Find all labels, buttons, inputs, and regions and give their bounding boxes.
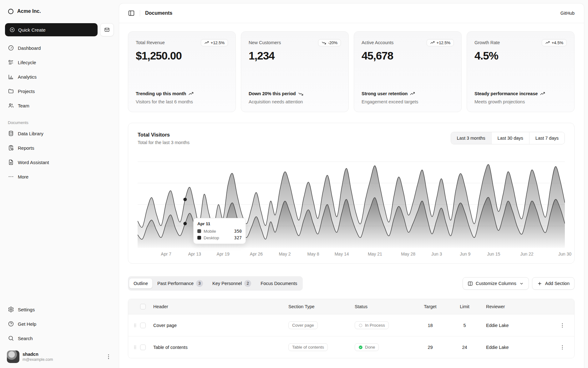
sidebar-main-nav: DashboardLifecycleAnalyticsProjectsTeam	[5, 41, 114, 112]
status-badge: Done	[355, 343, 379, 351]
table-row: Cover pageCover pageIn Process185Eddie L…	[128, 314, 574, 336]
card-footer-desc: Meets growth projections	[474, 99, 567, 104]
grip-icon[interactable]	[133, 322, 138, 329]
inbox-button[interactable]	[100, 23, 114, 36]
sidebar-footer-nav: SettingsGet HelpSearch	[5, 303, 114, 345]
x-tick: Jun 22	[520, 251, 534, 257]
select-all-checkbox[interactable]	[140, 304, 146, 309]
add-section-button[interactable]: Add Section	[532, 277, 575, 290]
sidebar-item-team[interactable]: Team	[5, 99, 114, 112]
range-option-last-30-days[interactable]: Last 30 days	[491, 132, 529, 144]
sidebar-item-reports[interactable]: Reports	[5, 141, 114, 154]
tab-focus-documents[interactable]: Focus Documents	[256, 278, 302, 288]
card-label: Total Revenue	[136, 39, 165, 45]
plus-icon	[537, 281, 542, 286]
card-footer-title: Trending up this month	[136, 91, 186, 97]
user-email: m@example.com	[23, 357, 53, 362]
section-type-badge: Table of contents	[288, 343, 328, 351]
card-label: Growth Rate	[474, 39, 500, 45]
customize-columns-button[interactable]: Customize Columns	[463, 277, 529, 290]
brand-name: Acme Inc.	[17, 8, 41, 14]
card-footer-title: Steady performance increase	[474, 91, 538, 97]
limit-value[interactable]: 5	[463, 323, 466, 328]
sections-table: HeaderSection TypeStatusTargetLimitRevie…	[128, 299, 575, 358]
nav-item-label: Team	[18, 103, 29, 108]
ellipsis-vertical-icon[interactable]	[105, 353, 112, 360]
trending-down-icon	[298, 91, 303, 96]
sidebar-item-more[interactable]: More	[5, 170, 114, 183]
nav-item-label: Dashboard	[18, 45, 41, 51]
tab-list: OutlinePast Performance3Key Personnel2Fo…	[128, 276, 303, 291]
github-link[interactable]: GitHub	[560, 11, 575, 16]
section-type-label: Cover page	[292, 323, 314, 328]
series-swatch	[197, 236, 201, 240]
x-tick: Apr 26	[250, 251, 263, 257]
target-value[interactable]: 29	[428, 345, 433, 350]
card-value: 1,234	[249, 49, 341, 62]
sidebar-item-search[interactable]: Search	[5, 332, 114, 345]
more-icon	[8, 174, 14, 180]
quick-create-button[interactable]: Quick Create	[5, 23, 98, 36]
stat-cards: Total Revenue+12.5%$1,250.00Trending up …	[128, 31, 575, 112]
ellipsis-vertical-icon[interactable]	[559, 344, 565, 350]
row-checkbox[interactable]	[140, 323, 146, 328]
trending-up-icon	[545, 40, 550, 45]
chart-plot[interactable]: Apr 11 Mobile350Desktop327	[138, 157, 565, 248]
sidebar-item-data-library[interactable]: Data Library	[5, 127, 114, 140]
ellipsis-vertical-icon[interactable]	[559, 322, 565, 329]
trend-badge-value: +4.5%	[552, 40, 563, 45]
tab-key-personnel[interactable]: Key Personnel2	[208, 277, 256, 289]
tab-outline[interactable]: Outline	[129, 278, 152, 288]
tooltip-series-value: 327	[234, 235, 242, 240]
sidebar-item-analytics[interactable]: Analytics	[5, 70, 114, 83]
team-icon	[8, 102, 14, 109]
circle-plus-icon	[9, 27, 15, 33]
x-tick: May 14	[335, 251, 349, 257]
trend-badge: +12.5%	[201, 39, 228, 46]
status-label: In Process	[365, 323, 385, 328]
trending-up-icon	[188, 91, 194, 96]
sidebar-item-lifecycle[interactable]: Lifecycle	[5, 56, 114, 69]
row-checkbox[interactable]	[140, 345, 146, 350]
help-icon	[8, 321, 14, 327]
nav-item-label: Word Assistant	[18, 160, 49, 165]
x-tick: May 21	[368, 251, 382, 257]
x-tick: Jun 15	[487, 251, 500, 257]
target-value[interactable]: 18	[428, 323, 433, 328]
column-header-limit: Limit	[460, 304, 469, 309]
sidebar-item-projects[interactable]: Projects	[5, 85, 114, 98]
user-row[interactable]: shadcn m@example.com	[5, 349, 114, 364]
reviewer-value[interactable]: Eddie Lake	[486, 345, 509, 350]
tab-past-performance[interactable]: Past Performance3	[153, 277, 207, 289]
card-label: New Customers	[249, 39, 281, 45]
grip-icon[interactable]	[133, 344, 138, 350]
row-header-title[interactable]: Cover page	[153, 323, 177, 328]
column-header-section-type: Section Type	[288, 304, 315, 309]
card-footer-desc: Visitors for the last 6 months	[136, 99, 228, 104]
range-option-last-3-months[interactable]: Last 3 months	[451, 132, 491, 144]
content: Total Revenue+12.5%$1,250.00Trending up …	[119, 23, 584, 358]
stat-card: Growth Rate+4.5%4.5%Steady performance i…	[467, 31, 575, 112]
range-option-last-7-days[interactable]: Last 7 days	[529, 132, 565, 144]
settings-icon	[8, 306, 14, 313]
row-header-title[interactable]: Table of contents	[153, 345, 188, 350]
sidebar-footer: SettingsGet HelpSearch shadcn m@example.…	[5, 303, 114, 364]
x-tick: Apr 7	[161, 251, 171, 257]
sidebar-item-word-assistant[interactable]: Word Assistant	[5, 156, 114, 169]
tooltip-date: Apr 11	[197, 221, 242, 226]
sidebar-item-dashboard[interactable]: Dashboard	[5, 41, 114, 54]
sidebar-item-settings[interactable]: Settings	[5, 303, 114, 316]
sidebar-toggle-icon[interactable]	[128, 10, 135, 17]
tooltip-series-label: Mobile	[204, 229, 216, 234]
stat-card: Total Revenue+12.5%$1,250.00Trending up …	[128, 31, 236, 112]
nav-item-label: Get Help	[18, 321, 36, 327]
brand[interactable]: Acme Inc.	[5, 4, 114, 18]
limit-value[interactable]: 24	[462, 345, 467, 350]
tab-label: Past Performance	[157, 281, 194, 286]
reviewer-value[interactable]: Eddie Lake	[486, 323, 509, 328]
sidebar-item-get-help[interactable]: Get Help	[5, 317, 114, 330]
avatar	[7, 350, 19, 363]
tab-count-badge: 3	[196, 280, 203, 287]
customize-columns-label: Customize Columns	[476, 281, 516, 286]
chevron-down-icon	[519, 281, 524, 286]
